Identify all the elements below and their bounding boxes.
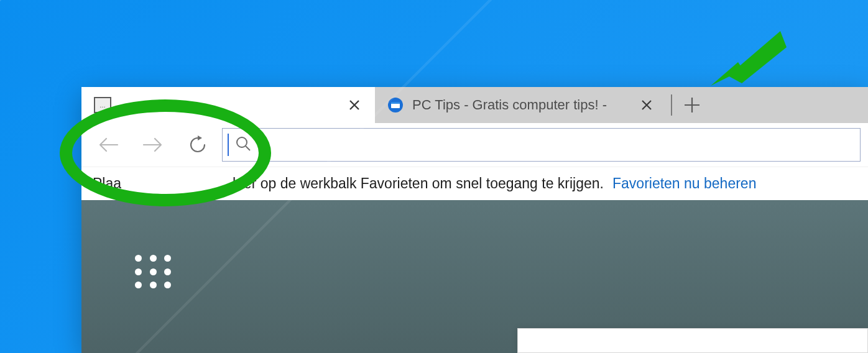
- nav-buttons: [89, 133, 222, 157]
- popup-panel: [517, 328, 868, 353]
- address-bar[interactable]: [222, 128, 861, 162]
- close-tab-icon[interactable]: [344, 94, 365, 116]
- refresh-button[interactable]: [186, 133, 210, 157]
- browser-window: … PC Tips - Gratis computer tips! -: [81, 87, 868, 353]
- close-tab-icon[interactable]: [636, 94, 657, 116]
- favorites-bar: Plaa xxxxxxxxxxxxxxx hier op de werkbalk…: [81, 167, 868, 200]
- favorites-msg-tail: hier op de werkbalk Favorieten om snel t…: [233, 175, 604, 192]
- forward-button[interactable]: [141, 133, 165, 157]
- tab-strip: … PC Tips - Gratis computer tips! -: [81, 87, 868, 123]
- back-button[interactable]: [96, 133, 120, 157]
- toolbar: [81, 123, 868, 167]
- page-content: [81, 200, 868, 353]
- address-input[interactable]: [256, 138, 855, 152]
- search-icon: [235, 135, 251, 154]
- tab-inactive[interactable]: PC Tips - Gratis computer tips! -: [375, 87, 667, 123]
- new-tab-button[interactable]: [677, 90, 707, 120]
- favorites-msg-prefix: Plaa: [93, 175, 121, 192]
- inactive-tab-title: PC Tips - Gratis computer tips! -: [412, 97, 627, 113]
- new-tab-area: [667, 87, 707, 123]
- manage-favorites-link[interactable]: Favorieten nu beheren: [612, 175, 756, 192]
- svg-marker-4: [711, 62, 743, 86]
- svg-marker-5: [728, 31, 787, 83]
- tab-active[interactable]: …: [81, 87, 375, 123]
- inactive-tab-favicon: [387, 97, 404, 113]
- address-cursor: [228, 134, 229, 156]
- active-tab-favicon: …: [94, 97, 110, 113]
- app-grid-icon[interactable]: [135, 255, 173, 290]
- svg-rect-2: [391, 102, 400, 104]
- tab-separator: [671, 94, 672, 116]
- svg-point-3: [237, 137, 247, 147]
